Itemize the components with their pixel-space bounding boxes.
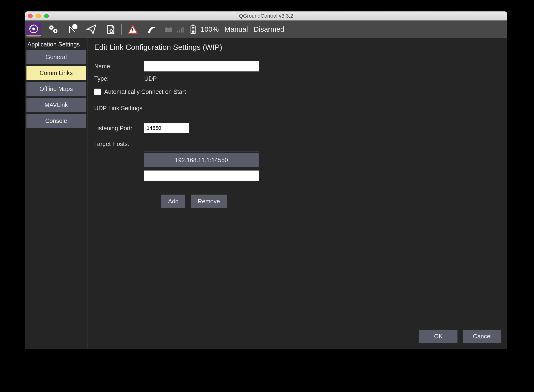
svg-rect-14	[177, 31, 178, 32]
analyze-icon[interactable]	[104, 23, 117, 36]
minimize-window-icon[interactable]	[36, 14, 41, 18]
svg-point-9	[132, 31, 133, 32]
hosts-block: 192.168.11.1:14550	[144, 151, 500, 183]
svg-point-10	[148, 30, 151, 33]
page-title: Edit Link Configuration Settings (WIP)	[94, 43, 500, 52]
type-label: Type:	[94, 75, 144, 82]
auto-connect-row: Automatically Connect on Start	[94, 88, 500, 95]
new-host-input[interactable]	[144, 171, 259, 181]
sidebar-item-comm-links[interactable]: Comm Links	[26, 66, 86, 80]
name-label: Name:	[94, 63, 144, 70]
type-value[interactable]: UDP	[144, 75, 157, 82]
app-logo-icon[interactable]	[26, 22, 41, 36]
titlebar: QGroundControl v3.3.2	[25, 11, 507, 20]
host-buttons: Add Remove	[161, 195, 500, 208]
toolbar: B 100% Manual Disarmed	[25, 20, 507, 38]
svg-point-1	[32, 27, 35, 30]
name-row: Name:	[94, 61, 500, 71]
sidebar-item-console[interactable]: Console	[26, 114, 86, 128]
sidebar-title: Application Settings	[26, 40, 86, 50]
port-input[interactable]	[144, 123, 189, 133]
rc-status	[164, 26, 184, 33]
svg-rect-11	[165, 28, 172, 32]
flight-mode[interactable]: Manual	[225, 25, 248, 33]
title-rule	[94, 54, 500, 54]
udp-section-rule	[94, 113, 149, 113]
footer-buttons: OK Cancel	[419, 330, 501, 343]
battery-percent: 100%	[200, 25, 219, 33]
toolbar-divider	[121, 24, 122, 35]
warning-icon[interactable]	[126, 23, 139, 36]
port-label: Listening Port:	[94, 125, 144, 132]
sidebar-item-general[interactable]: General	[26, 50, 86, 64]
auto-connect-checkbox[interactable]	[94, 89, 101, 95]
main-panel: Edit Link Configuration Settings (WIP) N…	[87, 38, 507, 349]
arm-state[interactable]: Disarmed	[254, 25, 284, 33]
plane-icon[interactable]	[85, 23, 98, 36]
svg-point-13	[170, 27, 171, 28]
svg-rect-17	[183, 27, 184, 32]
hosts-bottom-rule	[144, 183, 259, 183]
hosts-row: Target Hosts:	[94, 141, 500, 147]
sidebar-item-mavlink[interactable]: MAVLink	[26, 98, 86, 112]
hosts-top-rule	[144, 151, 259, 151]
sidebar: Application Settings General Comm Links …	[25, 38, 87, 349]
svg-rect-16	[181, 28, 182, 32]
sidebar-item-offline-maps[interactable]: Offline Maps	[26, 82, 86, 96]
host-item[interactable]: 192.168.11.1:14550	[144, 153, 259, 167]
ok-button[interactable]: OK	[419, 330, 457, 343]
gps-icon[interactable]	[145, 23, 159, 36]
zoom-window-icon[interactable]	[44, 14, 49, 18]
svg-point-3	[51, 27, 52, 28]
app-window: QGroundControl v3.3.2 B 100%	[25, 11, 507, 349]
window-title: QGroundControl v3.3.2	[25, 13, 507, 19]
battery-status: 100%	[190, 25, 219, 34]
udp-section-title: UDP Link Settings	[94, 105, 500, 112]
svg-point-12	[166, 27, 167, 28]
add-button[interactable]: Add	[161, 195, 185, 208]
cancel-button[interactable]: Cancel	[463, 330, 501, 343]
close-window-icon[interactable]	[28, 14, 33, 18]
window-controls	[28, 14, 49, 18]
name-input[interactable]	[144, 61, 259, 71]
svg-rect-19	[192, 25, 194, 26]
port-row: Listening Port:	[94, 123, 500, 133]
hosts-label: Target Hosts:	[94, 141, 144, 147]
waypoint-icon[interactable]: B	[66, 23, 79, 36]
svg-text:B: B	[74, 25, 76, 29]
auto-connect-label: Automatically Connect on Start	[104, 88, 186, 95]
content-area: Application Settings General Comm Links …	[25, 38, 507, 349]
type-row: Type: UDP	[94, 75, 500, 82]
svg-rect-15	[179, 30, 180, 32]
svg-point-8	[110, 30, 113, 32]
remove-button[interactable]: Remove	[191, 195, 226, 208]
svg-point-5	[55, 30, 56, 32]
settings-gears-icon[interactable]	[46, 23, 60, 36]
